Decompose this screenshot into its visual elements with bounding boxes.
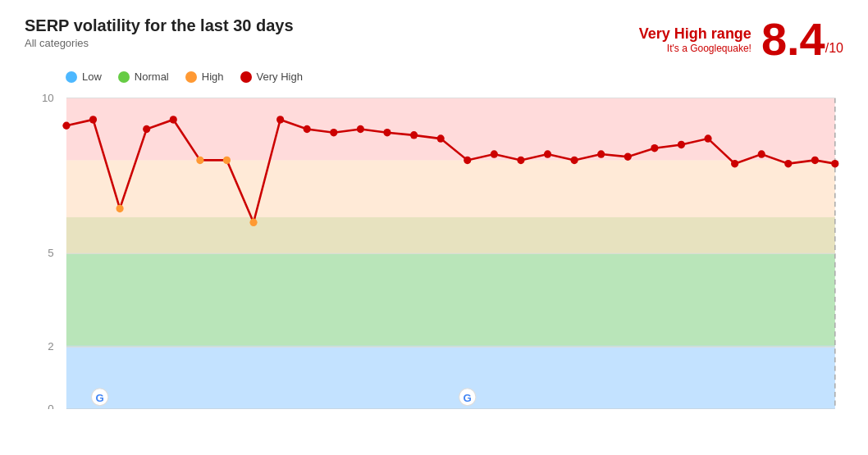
- legend-item-very-high: Very High: [240, 71, 303, 83]
- score-denom: /10: [825, 41, 843, 56]
- dot-24: [704, 134, 711, 142]
- legend-dot-very-high: [240, 71, 252, 83]
- dot-22: [651, 144, 658, 152]
- dot-15: [464, 157, 471, 164]
- legend-label-normal: Normal: [135, 71, 169, 83]
- zone-low-bg: [66, 347, 835, 409]
- dot-6: [223, 157, 231, 164]
- dot-19: [571, 157, 578, 164]
- dot-14: [437, 134, 445, 142]
- legend: Low Normal High Very High: [66, 71, 843, 83]
- dot-27: [784, 160, 792, 167]
- chart-area: 10 5 2 0: [25, 89, 843, 409]
- dot-26: [758, 150, 765, 157]
- subtitle: All categories: [25, 37, 294, 49]
- legend-item-high: High: [185, 71, 224, 83]
- dot-28: [811, 157, 819, 164]
- dot-3: [143, 125, 150, 133]
- dot-21: [624, 152, 632, 160]
- dot-5: [196, 157, 203, 164]
- dot-1: [89, 116, 97, 123]
- dot-10: [330, 129, 337, 136]
- y-label-0: 0: [48, 403, 53, 409]
- page-title: SERP volatility for the last 30 days: [25, 16, 294, 35]
- legend-dot-normal: [118, 71, 130, 83]
- dot-29: [831, 160, 838, 167]
- dot-11: [357, 125, 364, 133]
- zone-high-bg: [66, 160, 835, 253]
- legend-label-very-high: Very High: [257, 71, 303, 83]
- dot-4: [170, 116, 177, 123]
- score-sub-label: It's a Googlequake!: [639, 43, 752, 54]
- dot-20: [597, 150, 605, 157]
- chart-svg: 10 5 2 0: [25, 89, 843, 409]
- y-label-10: 10: [42, 92, 54, 104]
- legend-item-low: Low: [66, 71, 102, 83]
- dot-8: [276, 116, 284, 123]
- y-label-5: 5: [48, 247, 53, 259]
- dot-0: [62, 122, 70, 130]
- google-g-2: G: [464, 391, 472, 403]
- legend-label-high: High: [202, 71, 224, 83]
- dot-9: [304, 125, 311, 133]
- dot-25: [731, 160, 738, 167]
- legend-label-low: Low: [82, 71, 102, 83]
- legend-dot-low: [66, 71, 77, 83]
- dot-2: [116, 205, 124, 212]
- zone-normal-bg: [66, 253, 835, 347]
- score-range-label: Very High range: [639, 25, 752, 43]
- dot-12: [383, 129, 391, 136]
- dot-7: [249, 219, 257, 226]
- dot-18: [544, 150, 551, 157]
- legend-dot-high: [185, 71, 197, 83]
- dot-23: [678, 141, 685, 148]
- y-label-2: 2: [48, 340, 53, 353]
- dot-13: [410, 131, 418, 139]
- score-value: 8.4: [761, 16, 825, 62]
- google-g-1: G: [96, 391, 104, 403]
- dot-17: [517, 157, 524, 164]
- dot-16: [491, 150, 498, 157]
- legend-item-normal: Normal: [118, 71, 169, 83]
